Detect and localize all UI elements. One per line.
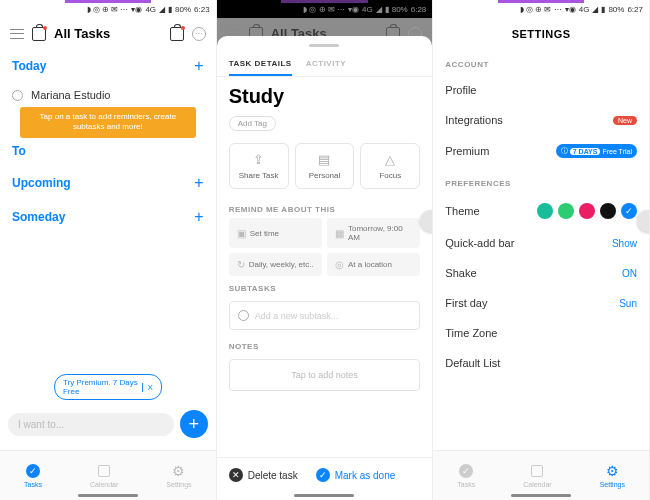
theme-dot-green[interactable] <box>558 203 574 219</box>
section-someday[interactable]: Someday + <box>0 200 216 234</box>
done-label: Mark as done <box>335 470 396 481</box>
row-profile[interactable]: Profile <box>445 75 637 105</box>
nav-settings[interactable]: ⚙ Settings <box>166 463 191 488</box>
menu-icon[interactable] <box>10 29 24 39</box>
quick-add-input[interactable]: I want to... <box>8 413 174 436</box>
row-quickadd[interactable]: Quick-add bar Show <box>445 228 637 258</box>
section-upcoming[interactable]: Upcoming + <box>0 166 216 200</box>
repeat-chip[interactable]: ↻Daily, weekly, etc.. <box>229 253 322 276</box>
nav-label: Settings <box>166 481 191 488</box>
share-task-card[interactable]: ⇪Share Task <box>229 143 289 189</box>
calendar-icon <box>531 465 543 477</box>
nav-settings[interactable]: ⚙ Settings <box>600 463 625 488</box>
subtask-input[interactable]: Add a new subtask... <box>229 301 421 330</box>
battery-pct: 80% <box>175 5 191 14</box>
chip-label: Set time <box>250 229 279 238</box>
row-premium[interactable]: Premium ⓘ 7 DAYS Free Trial <box>445 135 637 167</box>
page-title: All Tasks <box>54 26 162 41</box>
notch-accent <box>65 0 151 3</box>
add-tag-button[interactable]: Add Tag <box>229 116 276 131</box>
nav-tasks[interactable]: ✓ Tasks <box>24 463 42 488</box>
gear-icon: ⚙ <box>171 463 187 479</box>
sheet-handle[interactable] <box>309 44 339 47</box>
task-title[interactable]: Study <box>217 77 433 112</box>
wifi-icon: ▾◉ <box>565 5 576 14</box>
card-label: Focus <box>379 171 401 180</box>
add-fab[interactable]: + <box>180 410 208 438</box>
new-badge: New <box>613 116 637 125</box>
notification-dot <box>43 26 47 30</box>
row-timezone[interactable]: Time Zone <box>445 318 637 348</box>
side-fab[interactable] <box>420 210 433 232</box>
calendar-icon: ▦ <box>335 228 344 239</box>
add-icon[interactable]: + <box>194 208 203 226</box>
radio-icon[interactable] <box>12 90 23 101</box>
repeat-icon: ↻ <box>237 259 245 270</box>
premium-days: 7 DAYS <box>570 148 601 155</box>
theme-dot-blue-selected[interactable]: ✓ <box>621 203 637 219</box>
add-icon[interactable]: + <box>194 174 203 192</box>
tomorrow-chip[interactable]: ▦Tomorrow, 9:00 AM <box>327 218 420 248</box>
nav-calendar[interactable]: Calendar <box>523 463 551 488</box>
section-tomorrow[interactable]: To <box>0 136 216 166</box>
row-label: Time Zone <box>445 327 497 339</box>
nav-tasks[interactable]: ✓ Tasks <box>457 463 475 488</box>
wifi-icon: ▾◉ <box>131 5 142 14</box>
location-chip[interactable]: ◎At a location <box>327 253 420 276</box>
detail-sheet: TASK DETAILS ACTIVITY Study Add Tag ⇪Sha… <box>217 36 433 500</box>
row-integrations[interactable]: Integrations New <box>445 105 637 135</box>
set-time-chip[interactable]: ▣Set time <box>229 218 322 248</box>
delete-label: Delete task <box>248 470 298 481</box>
focus-card[interactable]: △Focus <box>360 143 420 189</box>
list-card[interactable]: ▤Personal <box>295 143 355 189</box>
section-label: Upcoming <box>12 176 71 190</box>
card-label: Personal <box>309 171 341 180</box>
quick-add-bar: I want to... + <box>8 410 208 438</box>
signal-icon: ◢ <box>159 5 165 14</box>
bag-icon[interactable] <box>32 27 46 41</box>
theme-dot-teal[interactable] <box>537 203 553 219</box>
notes-header: NOTES <box>217 334 433 355</box>
section-label: Today <box>12 59 46 73</box>
reminder-header: REMIND ME ABOUT THIS <box>217 197 433 218</box>
row-shake[interactable]: Shake ON <box>445 258 637 288</box>
row-firstday[interactable]: First day Sun <box>445 288 637 318</box>
battery-icon: ▮ <box>168 5 172 14</box>
premium-badge: ⓘ 7 DAYS Free Trial <box>556 144 637 158</box>
section-label: Someday <box>12 210 65 224</box>
chip-label: At a location <box>348 260 392 269</box>
row-label: Premium <box>445 145 489 157</box>
section-today[interactable]: Today + <box>0 49 216 83</box>
subtask-placeholder: Add a new subtask... <box>255 311 339 321</box>
tab-activity[interactable]: ACTIVITY <box>306 53 346 76</box>
theme-dot-black[interactable] <box>600 203 616 219</box>
more-icon[interactable]: ⋯ <box>192 27 206 41</box>
screen-tasks: ◗ ◎ ⊕ ✉ ⋯ ▾◉ 4G ◢ ▮ 80% 6:23 All Tasks ⋯… <box>0 0 217 500</box>
home-indicator[interactable] <box>294 494 354 497</box>
nav-label: Calendar <box>90 481 118 488</box>
check-icon: ✓ <box>316 468 330 482</box>
mark-done-button[interactable]: ✓ Mark as done <box>316 468 396 482</box>
row-label: Integrations <box>445 114 502 126</box>
header: All Tasks ⋯ <box>0 18 216 49</box>
theme-dot-pink[interactable] <box>579 203 595 219</box>
home-indicator[interactable] <box>78 494 138 497</box>
delete-task-button[interactable]: ✕ Delete task <box>229 468 298 482</box>
notes-input[interactable]: Tap to add notes <box>229 359 421 391</box>
home-indicator[interactable] <box>511 494 571 497</box>
row-defaultlist[interactable]: Default List <box>445 348 637 378</box>
nav-label: Settings <box>600 481 625 488</box>
close-icon[interactable]: X <box>142 383 152 392</box>
premium-pill[interactable]: Try Premium. 7 Days Free X <box>54 374 162 400</box>
clock: 6:23 <box>194 5 210 14</box>
bag-icon-2[interactable] <box>170 27 184 41</box>
nav-calendar[interactable]: Calendar <box>90 463 118 488</box>
check-icon: ✓ <box>26 464 40 478</box>
screen-task-detail: ◗ ◎ ⊕ ✉ ⋯ ▾◉ 4G ◢ ▮ 80% 6:28 All Tasks ⋯… <box>217 0 434 500</box>
page-title: SETTINGS <box>433 18 649 54</box>
task-row[interactable]: Mariana Estudio <box>0 83 216 107</box>
row-theme[interactable]: Theme ✓ <box>445 194 637 228</box>
tab-details[interactable]: TASK DETAILS <box>229 53 292 76</box>
add-icon[interactable]: + <box>194 57 203 75</box>
premium-pill-label: Try Premium. 7 Days Free <box>63 378 138 396</box>
